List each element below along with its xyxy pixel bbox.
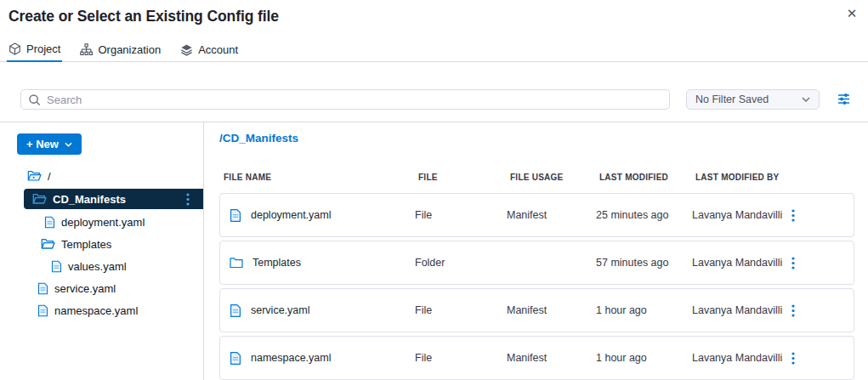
organization-hierarchy-icon (80, 43, 93, 56)
file-list-panel: /CD_Manifests FILE NAME FILE FILE USAGE … (204, 122, 868, 380)
tab-account[interactable]: Account (179, 37, 240, 61)
last-modified: 25 minutes ago (596, 209, 692, 221)
file-name: namespace.yaml (251, 352, 332, 364)
page-title: Create or Select an Existing Config file (9, 8, 279, 26)
tree-node-cd-manifests[interactable]: CD_Manifests (24, 189, 203, 209)
kebab-menu-icon[interactable] (791, 352, 795, 365)
file-usage: Manifest (507, 352, 596, 364)
tree-node-label: values.yaml (68, 260, 127, 273)
col-header-file: FILE (418, 173, 510, 182)
tree-node-values-yaml[interactable]: values.yaml (0, 255, 203, 277)
tab-project-label: Project (26, 43, 60, 55)
tab-account-label: Account (198, 43, 238, 56)
file-icon (230, 351, 241, 366)
table-row-namespace-yaml[interactable]: namespace.yaml File Manifest 1 hour ago … (219, 336, 854, 380)
filter-sliders-icon[interactable] (837, 92, 851, 106)
last-modified: 1 hour ago (596, 352, 692, 364)
scope-tabs: Project Organization Acc (0, 37, 868, 62)
search-box[interactable] (20, 89, 670, 110)
tab-project[interactable]: Project (7, 38, 62, 62)
open-folder-icon (32, 193, 47, 205)
close-icon[interactable]: ✕ (842, 4, 861, 23)
file-type: File (415, 352, 507, 364)
file-name: service.yaml (251, 304, 309, 316)
last-modified: 57 minutes ago (596, 257, 692, 269)
kebab-menu-icon[interactable] (791, 257, 795, 269)
folder-icon (230, 257, 243, 269)
tree-node-label: deployment.yaml (61, 216, 145, 229)
table-row-service-yaml[interactable]: service.yaml File Manifest 1 hour ago La… (219, 288, 854, 332)
file-icon (230, 208, 241, 223)
table-row-deployment-yaml[interactable]: deployment.yaml File Manifest 25 minutes… (219, 193, 854, 237)
project-cube-icon (9, 43, 21, 55)
file-usage: Manifest (507, 209, 596, 221)
col-header-last-modified-by: LAST MODIFIED BY (695, 173, 795, 182)
account-layers-icon (180, 43, 193, 56)
last-modified-by: Lavanya Mandavilli (692, 352, 791, 364)
file-type: Folder (415, 257, 507, 269)
file-icon (44, 216, 55, 229)
table-header-row: FILE NAME FILE FILE USAGE LAST MODIFIED … (219, 173, 854, 182)
file-icon (37, 304, 48, 317)
tree-node-label: service.yaml (54, 282, 116, 295)
tree-node-root[interactable]: / (0, 165, 203, 187)
chevron-down-icon (802, 97, 810, 102)
file-tree: / CD_Manifests (0, 165, 203, 321)
open-folder-icon (27, 170, 42, 182)
tree-node-label: Templates (61, 238, 111, 251)
kebab-menu-icon[interactable] (791, 304, 795, 317)
search-icon (28, 94, 41, 106)
file-tree-panel: + New / CD_Manifests (0, 122, 204, 380)
file-usage: Manifest (507, 304, 596, 316)
tree-node-deployment-yaml[interactable]: deployment.yaml (0, 211, 203, 233)
last-modified: 1 hour ago (596, 304, 692, 316)
last-modified-by: Lavanya Mandavilli (692, 209, 791, 221)
col-header-file-name: FILE NAME (224, 173, 418, 182)
file-type: File (415, 209, 507, 221)
col-header-last-modified: LAST MODIFIED (599, 173, 695, 182)
tree-node-label: CD_Manifests (53, 193, 126, 206)
tree-node-label: / (48, 170, 51, 183)
tab-organization-label: Organization (98, 43, 161, 56)
open-folder-icon (41, 238, 55, 250)
chevron-down-icon (65, 142, 72, 147)
file-name: deployment.yaml (251, 209, 332, 221)
new-button[interactable]: + New (17, 133, 82, 155)
last-modified-by: Lavanya Mandavilli (692, 304, 791, 316)
kebab-menu-icon[interactable] (791, 209, 795, 222)
search-input[interactable] (47, 94, 662, 106)
file-icon (230, 303, 241, 318)
file-icon (51, 260, 62, 273)
file-name: Templates (252, 257, 301, 269)
tab-organization[interactable]: Organization (78, 37, 162, 61)
tree-node-service-yaml[interactable]: service.yaml (0, 277, 203, 299)
tree-node-namespace-yaml[interactable]: namespace.yaml (0, 299, 203, 321)
last-modified-by: Lavanya Mandavilli (692, 257, 791, 269)
tree-node-templates[interactable]: Templates (0, 233, 203, 255)
file-type: File (415, 304, 507, 316)
saved-filter-dropdown[interactable]: No Filter Saved (686, 89, 820, 110)
table-row-templates[interactable]: Templates Folder 57 minutes ago Lavanya … (219, 241, 854, 285)
col-header-file-usage: FILE USAGE (510, 173, 599, 182)
file-icon (37, 282, 48, 295)
breadcrumb[interactable]: /CD_Manifests (219, 132, 868, 145)
tree-node-label: namespace.yaml (54, 304, 138, 317)
kebab-menu-icon[interactable] (186, 193, 190, 206)
saved-filter-value: No Filter Saved (695, 94, 769, 105)
new-button-label: + New (26, 138, 59, 150)
